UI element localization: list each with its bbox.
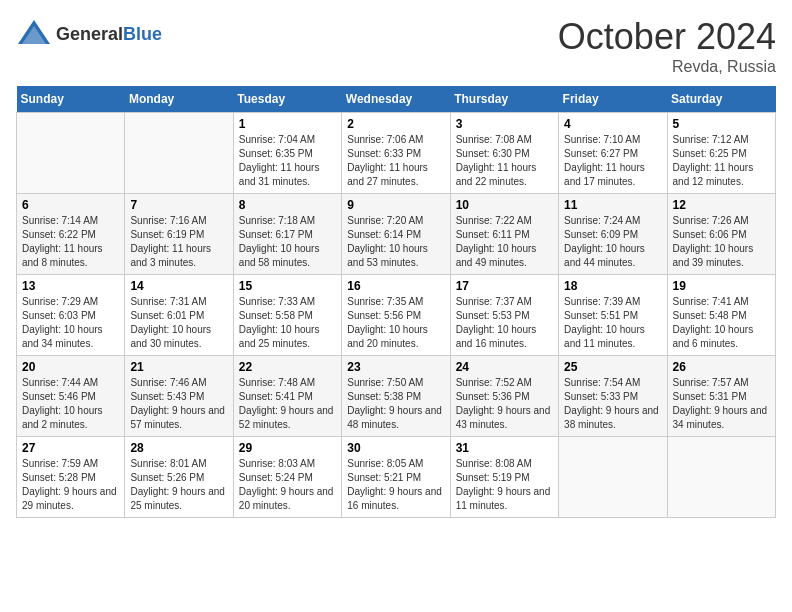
day-number: 7 bbox=[130, 198, 227, 212]
calendar-cell: 13Sunrise: 7:29 AMSunset: 6:03 PMDayligh… bbox=[17, 275, 125, 356]
calendar-week-row: 27Sunrise: 7:59 AMSunset: 5:28 PMDayligh… bbox=[17, 437, 776, 518]
calendar-cell: 3Sunrise: 7:08 AMSunset: 6:30 PMDaylight… bbox=[450, 113, 558, 194]
day-number: 8 bbox=[239, 198, 336, 212]
calendar-week-row: 1Sunrise: 7:04 AMSunset: 6:35 PMDaylight… bbox=[17, 113, 776, 194]
day-detail: Sunrise: 7:04 AMSunset: 6:35 PMDaylight:… bbox=[239, 133, 336, 189]
calendar-title: October 2024 bbox=[558, 16, 776, 58]
day-number: 10 bbox=[456, 198, 553, 212]
weekday-header-row: SundayMondayTuesdayWednesdayThursdayFrid… bbox=[17, 86, 776, 113]
day-detail: Sunrise: 7:59 AMSunset: 5:28 PMDaylight:… bbox=[22, 457, 119, 513]
calendar-cell: 4Sunrise: 7:10 AMSunset: 6:27 PMDaylight… bbox=[559, 113, 667, 194]
day-detail: Sunrise: 7:14 AMSunset: 6:22 PMDaylight:… bbox=[22, 214, 119, 270]
calendar-cell: 31Sunrise: 8:08 AMSunset: 5:19 PMDayligh… bbox=[450, 437, 558, 518]
calendar-cell: 23Sunrise: 7:50 AMSunset: 5:38 PMDayligh… bbox=[342, 356, 450, 437]
weekday-header: Thursday bbox=[450, 86, 558, 113]
calendar-cell: 27Sunrise: 7:59 AMSunset: 5:28 PMDayligh… bbox=[17, 437, 125, 518]
calendar-cell bbox=[125, 113, 233, 194]
calendar-cell: 5Sunrise: 7:12 AMSunset: 6:25 PMDaylight… bbox=[667, 113, 775, 194]
day-detail: Sunrise: 7:41 AMSunset: 5:48 PMDaylight:… bbox=[673, 295, 770, 351]
day-number: 2 bbox=[347, 117, 444, 131]
calendar-cell: 15Sunrise: 7:33 AMSunset: 5:58 PMDayligh… bbox=[233, 275, 341, 356]
title-block: October 2024 Revda, Russia bbox=[558, 16, 776, 76]
calendar-cell: 6Sunrise: 7:14 AMSunset: 6:22 PMDaylight… bbox=[17, 194, 125, 275]
weekday-header: Tuesday bbox=[233, 86, 341, 113]
day-number: 26 bbox=[673, 360, 770, 374]
day-detail: Sunrise: 7:31 AMSunset: 6:01 PMDaylight:… bbox=[130, 295, 227, 351]
day-number: 6 bbox=[22, 198, 119, 212]
day-number: 24 bbox=[456, 360, 553, 374]
calendar-cell: 1Sunrise: 7:04 AMSunset: 6:35 PMDaylight… bbox=[233, 113, 341, 194]
day-detail: Sunrise: 7:48 AMSunset: 5:41 PMDaylight:… bbox=[239, 376, 336, 432]
calendar-cell: 21Sunrise: 7:46 AMSunset: 5:43 PMDayligh… bbox=[125, 356, 233, 437]
weekday-header: Wednesday bbox=[342, 86, 450, 113]
calendar-cell: 19Sunrise: 7:41 AMSunset: 5:48 PMDayligh… bbox=[667, 275, 775, 356]
day-number: 17 bbox=[456, 279, 553, 293]
day-number: 28 bbox=[130, 441, 227, 455]
day-detail: Sunrise: 7:46 AMSunset: 5:43 PMDaylight:… bbox=[130, 376, 227, 432]
weekday-header: Friday bbox=[559, 86, 667, 113]
calendar-cell: 17Sunrise: 7:37 AMSunset: 5:53 PMDayligh… bbox=[450, 275, 558, 356]
calendar-table: SundayMondayTuesdayWednesdayThursdayFrid… bbox=[16, 86, 776, 518]
calendar-cell: 26Sunrise: 7:57 AMSunset: 5:31 PMDayligh… bbox=[667, 356, 775, 437]
day-detail: Sunrise: 7:22 AMSunset: 6:11 PMDaylight:… bbox=[456, 214, 553, 270]
calendar-week-row: 20Sunrise: 7:44 AMSunset: 5:46 PMDayligh… bbox=[17, 356, 776, 437]
day-number: 21 bbox=[130, 360, 227, 374]
day-number: 14 bbox=[130, 279, 227, 293]
day-number: 1 bbox=[239, 117, 336, 131]
calendar-cell: 30Sunrise: 8:05 AMSunset: 5:21 PMDayligh… bbox=[342, 437, 450, 518]
day-detail: Sunrise: 7:26 AMSunset: 6:06 PMDaylight:… bbox=[673, 214, 770, 270]
day-detail: Sunrise: 7:06 AMSunset: 6:33 PMDaylight:… bbox=[347, 133, 444, 189]
day-detail: Sunrise: 8:01 AMSunset: 5:26 PMDaylight:… bbox=[130, 457, 227, 513]
day-number: 20 bbox=[22, 360, 119, 374]
day-number: 15 bbox=[239, 279, 336, 293]
day-number: 11 bbox=[564, 198, 661, 212]
calendar-cell: 12Sunrise: 7:26 AMSunset: 6:06 PMDayligh… bbox=[667, 194, 775, 275]
day-number: 30 bbox=[347, 441, 444, 455]
calendar-cell: 25Sunrise: 7:54 AMSunset: 5:33 PMDayligh… bbox=[559, 356, 667, 437]
day-number: 22 bbox=[239, 360, 336, 374]
day-number: 4 bbox=[564, 117, 661, 131]
calendar-cell bbox=[667, 437, 775, 518]
calendar-week-row: 13Sunrise: 7:29 AMSunset: 6:03 PMDayligh… bbox=[17, 275, 776, 356]
day-number: 9 bbox=[347, 198, 444, 212]
calendar-cell: 29Sunrise: 8:03 AMSunset: 5:24 PMDayligh… bbox=[233, 437, 341, 518]
calendar-cell: 9Sunrise: 7:20 AMSunset: 6:14 PMDaylight… bbox=[342, 194, 450, 275]
day-detail: Sunrise: 7:29 AMSunset: 6:03 PMDaylight:… bbox=[22, 295, 119, 351]
day-detail: Sunrise: 7:20 AMSunset: 6:14 PMDaylight:… bbox=[347, 214, 444, 270]
day-detail: Sunrise: 7:16 AMSunset: 6:19 PMDaylight:… bbox=[130, 214, 227, 270]
weekday-header: Sunday bbox=[17, 86, 125, 113]
day-detail: Sunrise: 7:24 AMSunset: 6:09 PMDaylight:… bbox=[564, 214, 661, 270]
day-number: 27 bbox=[22, 441, 119, 455]
day-number: 31 bbox=[456, 441, 553, 455]
day-number: 16 bbox=[347, 279, 444, 293]
calendar-cell: 2Sunrise: 7:06 AMSunset: 6:33 PMDaylight… bbox=[342, 113, 450, 194]
calendar-cell: 22Sunrise: 7:48 AMSunset: 5:41 PMDayligh… bbox=[233, 356, 341, 437]
day-number: 25 bbox=[564, 360, 661, 374]
calendar-cell: 8Sunrise: 7:18 AMSunset: 6:17 PMDaylight… bbox=[233, 194, 341, 275]
day-detail: Sunrise: 7:50 AMSunset: 5:38 PMDaylight:… bbox=[347, 376, 444, 432]
day-number: 19 bbox=[673, 279, 770, 293]
calendar-cell: 7Sunrise: 7:16 AMSunset: 6:19 PMDaylight… bbox=[125, 194, 233, 275]
day-number: 23 bbox=[347, 360, 444, 374]
calendar-cell: 28Sunrise: 8:01 AMSunset: 5:26 PMDayligh… bbox=[125, 437, 233, 518]
day-detail: Sunrise: 7:10 AMSunset: 6:27 PMDaylight:… bbox=[564, 133, 661, 189]
day-detail: Sunrise: 7:39 AMSunset: 5:51 PMDaylight:… bbox=[564, 295, 661, 351]
day-detail: Sunrise: 7:54 AMSunset: 5:33 PMDaylight:… bbox=[564, 376, 661, 432]
calendar-location: Revda, Russia bbox=[558, 58, 776, 76]
day-number: 13 bbox=[22, 279, 119, 293]
day-number: 29 bbox=[239, 441, 336, 455]
page-header: GeneralBlue October 2024 Revda, Russia bbox=[16, 16, 776, 76]
day-detail: Sunrise: 7:37 AMSunset: 5:53 PMDaylight:… bbox=[456, 295, 553, 351]
day-detail: Sunrise: 8:05 AMSunset: 5:21 PMDaylight:… bbox=[347, 457, 444, 513]
calendar-cell bbox=[559, 437, 667, 518]
day-detail: Sunrise: 7:52 AMSunset: 5:36 PMDaylight:… bbox=[456, 376, 553, 432]
calendar-cell: 11Sunrise: 7:24 AMSunset: 6:09 PMDayligh… bbox=[559, 194, 667, 275]
calendar-cell: 24Sunrise: 7:52 AMSunset: 5:36 PMDayligh… bbox=[450, 356, 558, 437]
day-number: 3 bbox=[456, 117, 553, 131]
day-detail: Sunrise: 7:33 AMSunset: 5:58 PMDaylight:… bbox=[239, 295, 336, 351]
calendar-week-row: 6Sunrise: 7:14 AMSunset: 6:22 PMDaylight… bbox=[17, 194, 776, 275]
calendar-cell: 14Sunrise: 7:31 AMSunset: 6:01 PMDayligh… bbox=[125, 275, 233, 356]
day-number: 18 bbox=[564, 279, 661, 293]
logo-blue-text: Blue bbox=[123, 24, 162, 44]
calendar-cell: 10Sunrise: 7:22 AMSunset: 6:11 PMDayligh… bbox=[450, 194, 558, 275]
